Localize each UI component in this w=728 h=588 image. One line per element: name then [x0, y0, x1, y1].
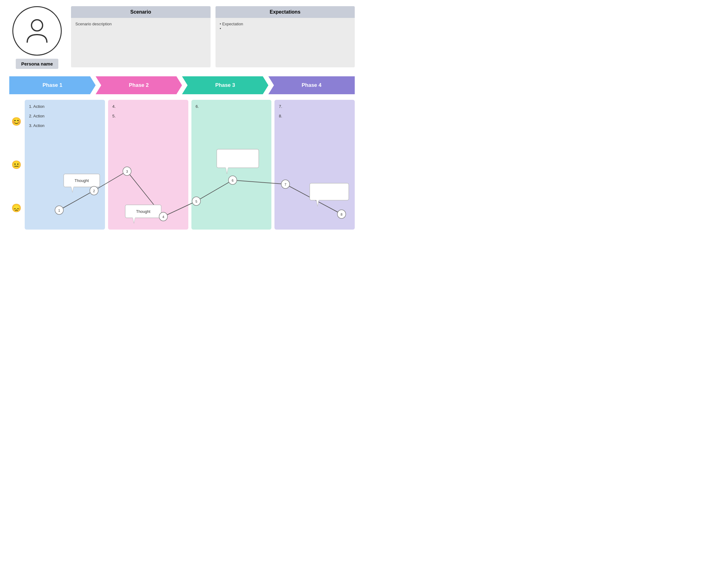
- neutral-emotion: 😐: [12, 161, 21, 169]
- phase-4-label: Phase 4: [302, 82, 322, 88]
- phase-banner: Phase 1 Phase 2 Phase 3 Phase 4: [9, 76, 355, 94]
- svg-text:6: 6: [231, 178, 234, 182]
- scenario-content: Scenario description: [71, 18, 211, 67]
- svg-text:2: 2: [93, 189, 95, 193]
- journey-svg: Thought Thought: [25, 100, 355, 230]
- expectations-content: • Expectation •: [216, 18, 355, 67]
- phases-container: 😊 😐 😞 1. Action 2. Action 3. Action 4. 5…: [9, 100, 355, 230]
- thought-bubble-3: [217, 149, 259, 174]
- phase-3-segment: Phase 3: [182, 76, 269, 94]
- svg-marker-10: [226, 168, 228, 174]
- thought-bubble-4: [310, 183, 349, 206]
- svg-rect-12: [310, 183, 349, 200]
- svg-marker-13: [316, 200, 319, 206]
- svg-text:Thought: Thought: [136, 209, 151, 214]
- top-section: Persona name Scenario Scenario descripti…: [9, 6, 355, 69]
- svg-text:1: 1: [58, 209, 60, 212]
- svg-text:7: 7: [285, 183, 287, 186]
- phase-1-segment: Phase 1: [9, 76, 96, 94]
- phase-1-label: Phase 1: [43, 82, 62, 88]
- svg-marker-3: [71, 187, 74, 192]
- phase-3-label: Phase 3: [215, 82, 235, 88]
- page-wrapper: Persona name Scenario Scenario descripti…: [0, 0, 364, 236]
- thought-bubble-2: Thought: [125, 205, 161, 224]
- expectations-block: Expectations • Expectation •: [216, 6, 355, 67]
- scenario-description: Scenario description: [75, 22, 112, 26]
- scenario-block: Scenario Scenario description: [71, 6, 211, 67]
- avatar: [12, 6, 62, 56]
- sad-emotion: 😞: [12, 204, 21, 212]
- svg-text:4: 4: [162, 215, 164, 219]
- journey-line: [59, 171, 341, 216]
- persona-block: Persona name: [9, 6, 65, 69]
- expectation-item-2: •: [220, 26, 351, 31]
- scenario-expectations: Scenario Scenario description Expectatio…: [71, 6, 355, 67]
- expectation-item-1: • Expectation: [220, 22, 351, 26]
- phase-2-segment: Phase 2: [96, 76, 182, 94]
- scenario-header: Scenario: [71, 6, 211, 18]
- svg-text:Thought: Thought: [74, 178, 89, 183]
- svg-text:8: 8: [340, 213, 343, 216]
- svg-text:5: 5: [195, 200, 197, 203]
- svg-text:3: 3: [126, 170, 128, 173]
- happy-emotion: 😊: [12, 118, 21, 125]
- expectations-header: Expectations: [216, 6, 355, 18]
- phase-4-segment: Phase 4: [268, 76, 355, 94]
- svg-point-0: [31, 20, 43, 31]
- svg-marker-7: [133, 218, 135, 224]
- svg-rect-9: [217, 149, 259, 168]
- persona-name: Persona name: [16, 59, 59, 69]
- phase-2-label: Phase 2: [129, 82, 149, 88]
- emotion-scale: 😊 😐 😞: [9, 100, 23, 230]
